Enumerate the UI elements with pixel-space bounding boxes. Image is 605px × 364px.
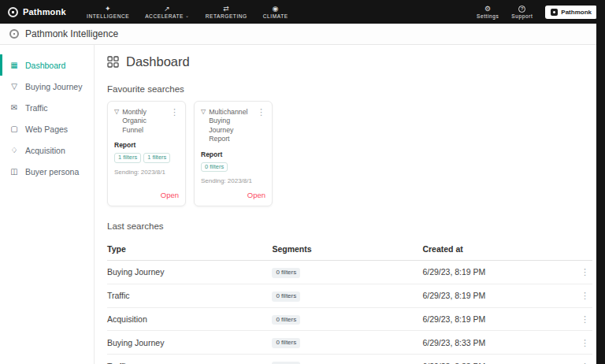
dashboard-grid-icon — [107, 56, 119, 68]
app-subheader: Pathmonk Intelligence — [0, 24, 605, 45]
buyer-persona-icon: ◫ — [9, 168, 19, 176]
column-header-type: Type — [107, 237, 272, 261]
nav-label: INTELLIGENCE — [87, 13, 129, 19]
row-menu-icon[interactable]: ⋮ — [581, 291, 589, 300]
filter-badge: 1 filters — [114, 153, 141, 162]
table-row: Traffic0 filters6/29/23, 8:33 PM⋮ — [107, 355, 592, 364]
funnel-icon: ▽ — [201, 108, 206, 116]
pathmonk-brand[interactable]: Pathmonk — [8, 7, 77, 17]
sidebar-item-label: Traffic — [25, 103, 48, 113]
card-badges: 1 filters1 filters — [114, 153, 179, 162]
acquisition-icon: ♢ — [9, 147, 19, 154]
row-type: Buying Journey — [107, 331, 272, 355]
chevron-down-icon: ⌄ — [185, 13, 190, 18]
pathmonk-logo-icon — [8, 7, 18, 17]
last-searches-heading: Last searches — [107, 221, 592, 231]
favourite-search-card: ▽Monthly Organic Funnel⋮Report1 filters1… — [107, 101, 186, 206]
question-icon: ? — [518, 6, 525, 13]
row-type: Traffic — [107, 355, 272, 364]
shuffle-icon: ⇄ — [223, 6, 229, 13]
segments-badge: 0 filters — [272, 338, 300, 348]
trend-up-icon: ↗ — [164, 6, 170, 13]
nav-label: ACCELERATE — [145, 13, 184, 19]
sidebar-item-dashboard[interactable]: ▦ Dashboard — [0, 54, 94, 76]
table-row: Buying Journey0 filters6/29/23, 8:19 PM⋮ — [107, 260, 592, 284]
card-badges: 0 filters — [201, 162, 265, 172]
dashboard-grid-icon: ▦ — [9, 61, 19, 69]
sidebar-item-web-pages[interactable]: ▢ Web Pages — [0, 118, 94, 139]
row-menu-icon[interactable]: ⋮ — [581, 267, 589, 277]
settings-label: Settings — [477, 13, 499, 19]
support-button[interactable]: ? Support — [511, 6, 533, 19]
app-title: Pathmonk Intelligence — [25, 28, 118, 39]
row-menu-icon[interactable]: ⋮ — [581, 314, 589, 324]
nav-label: RETARGETING — [206, 13, 247, 19]
gear-icon: ⚙ — [484, 6, 492, 13]
funnel-icon: ▽ — [114, 108, 119, 116]
traffic-icon: ✉ — [9, 104, 19, 112]
brand-name: Pathmonk — [23, 7, 66, 17]
open-link[interactable]: Open — [201, 184, 265, 199]
sidebar-item-acquisition[interactable]: ♢ Acquisition — [0, 139, 94, 161]
top-navigation: ✦ INTELLIGENCE ↗ ACCELERATE ⌄ ⇄ RETARGET… — [87, 6, 288, 19]
app-body: ▦ Dashboard ▽ Buying Journey ✉ Traffic ▢… — [0, 45, 605, 364]
settings-button[interactable]: ⚙ Settings — [477, 6, 499, 19]
row-type: Traffic — [107, 284, 272, 307]
row-menu-icon[interactable]: ⋮ — [581, 338, 589, 347]
open-link[interactable]: Open — [114, 184, 179, 199]
sidebar-item-label: Acquisition — [25, 146, 65, 155]
segments-badge: 0 filters — [272, 315, 300, 325]
account-button[interactable]: Pathmonk — [545, 6, 597, 19]
card-menu-icon[interactable]: ⋮ — [257, 108, 265, 117]
row-menu-icon[interactable]: ⋮ — [581, 362, 589, 364]
web-pages-icon: ▢ — [9, 125, 19, 133]
row-created-at: 6/29/23, 8:33 PM — [422, 355, 563, 364]
card-report-label: Report — [114, 141, 179, 149]
nav-item-retargeting[interactable]: ⇄ RETARGETING — [206, 6, 247, 19]
row-created-at: 6/29/23, 8:19 PM — [422, 284, 563, 307]
nav-item-intelligence[interactable]: ✦ INTELLIGENCE — [87, 6, 129, 19]
filter-badge: 0 filters — [201, 162, 228, 172]
nav-item-accelerate[interactable]: ↗ ACCELERATE ⌄ — [145, 6, 190, 19]
pathmonk-intelligence-logo-icon — [9, 29, 19, 39]
topbar-right: ⚙ Settings ? Support Pathmonk — [477, 6, 597, 19]
table-header-row: Type Segments Created at — [107, 237, 592, 261]
column-header-segments: Segments — [272, 237, 422, 261]
sidebar-item-buyer-persona[interactable]: ◫ Buyer persona — [0, 161, 94, 182]
row-created-at: 6/29/23, 8:19 PM — [422, 260, 563, 284]
column-header-created-at: Created at — [422, 237, 563, 261]
last-searches-body: Buying Journey0 filters6/29/23, 8:19 PM⋮… — [107, 260, 592, 364]
main-content: Dashboard Favourite searches ▽Monthly Or… — [95, 45, 605, 364]
last-searches-table: Type Segments Created at Buying Journey0… — [107, 237, 592, 364]
sidebar-item-label: Dashboard — [25, 61, 65, 70]
sidebar-item-buying-journey[interactable]: ▽ Buying Journey — [0, 76, 94, 97]
segments-badge: 0 filters — [272, 292, 300, 302]
sidebar-item-label: Web Pages — [25, 124, 68, 134]
support-label: Support — [511, 13, 533, 19]
card-sending-date: Sending: 2023/8/1 — [201, 177, 265, 184]
page-title: Dashboard — [126, 54, 190, 69]
table-row: Traffic0 filters6/29/23, 8:19 PM⋮ — [107, 284, 592, 307]
card-menu-icon[interactable]: ⋮ — [170, 108, 179, 117]
favourite-search-card: ▽Multichannel Buying Journey Report⋮Repo… — [194, 101, 273, 206]
sparkle-icon: ✦ — [105, 6, 111, 13]
table-row: Buying Journey0 filters6/29/23, 8:33 PM⋮ — [107, 331, 592, 355]
card-report-label: Report — [201, 150, 265, 158]
sidebar-item-label: Buyer persona — [25, 167, 79, 176]
row-created-at: 6/29/23, 8:19 PM — [422, 307, 563, 331]
row-type: Buying Journey — [107, 260, 272, 284]
funnel-icon: ▽ — [9, 83, 19, 91]
favourite-cards: ▽Monthly Organic Funnel⋮Report1 filters1… — [107, 101, 592, 206]
account-button-label: Pathmonk — [561, 9, 592, 16]
nav-item-climate[interactable]: ◉ CLIMATE — [263, 6, 288, 19]
row-type: Acquisition — [107, 307, 272, 331]
window-edge — [596, 0, 605, 364]
row-created-at: 6/29/23, 8:33 PM — [422, 331, 563, 355]
topbar: Pathmonk ✦ INTELLIGENCE ↗ ACCELERATE ⌄ ⇄… — [0, 0, 605, 24]
sidebar-item-label: Buying Journey — [25, 82, 82, 91]
page-title-row: Dashboard — [107, 54, 592, 69]
sidebar-item-traffic[interactable]: ✉ Traffic — [0, 97, 94, 118]
favourite-searches-heading: Favourite searches — [107, 84, 592, 94]
segments-badge: 0 filters — [272, 268, 300, 278]
pathmonk-mini-logo-icon — [551, 9, 558, 16]
